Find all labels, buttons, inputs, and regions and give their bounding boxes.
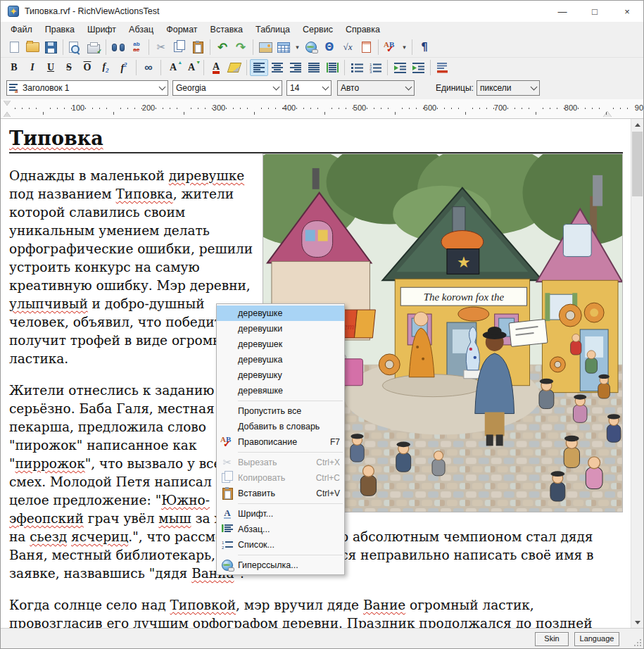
svg-text:3: 3 — [370, 70, 372, 73]
font-size-combobox[interactable]: 14 — [286, 80, 332, 96]
menu-правка[interactable]: Правка — [39, 22, 81, 37]
insert-table-dropdown[interactable]: ▾ — [293, 39, 302, 56]
insert-formula-button[interactable]: √x — [339, 39, 357, 56]
bullet-list-button[interactable] — [348, 59, 366, 76]
menu-separator — [238, 555, 343, 555]
copy-button[interactable] — [170, 39, 189, 56]
shrink-font-button[interactable]: A▼ — [182, 59, 201, 76]
spell-suggestion[interactable]: деревушке — [217, 305, 344, 321]
paragraph-shading-button[interactable] — [434, 59, 452, 76]
print-preview-button[interactable] — [66, 39, 84, 56]
minimize-button[interactable]: — — [546, 1, 579, 22]
numbered-list-button[interactable]: 123 — [366, 59, 384, 76]
italic-button[interactable]: I — [23, 59, 42, 76]
undo-button[interactable]: ↶ — [213, 39, 232, 56]
new-document-button[interactable] — [5, 39, 23, 56]
context-menu-item[interactable]: ВставитьCtrl+V — [217, 486, 344, 501]
menu-шрифт[interactable]: Шрифт — [81, 22, 122, 37]
strikethrough-button[interactable]: S — [60, 59, 78, 76]
context-menu-item[interactable]: Абзац... — [217, 522, 344, 537]
align-center-button[interactable] — [268, 59, 286, 76]
spell-suggestion[interactable]: деревушки — [217, 321, 344, 336]
chevron-down-icon[interactable] — [403, 81, 414, 95]
spell-suggestion[interactable]: деревушку — [217, 367, 344, 383]
subscript-button[interactable]: f2 — [96, 59, 115, 76]
menu-item-label: Пропустить все — [238, 406, 340, 416]
justify-full-button[interactable] — [323, 59, 341, 76]
spell-suggestion[interactable]: деревяшке — [217, 383, 344, 398]
context-menu-item[interactable]: ✂ВырезатьCtrl+X — [217, 455, 344, 470]
vertical-scrollbar[interactable] — [631, 119, 643, 629]
font-color-button[interactable]: A — [207, 59, 225, 76]
spell-suggestion[interactable]: деревушка — [217, 352, 344, 367]
spellcheck-dropdown[interactable]: ▾ — [400, 39, 409, 56]
context-menu-item[interactable]: AШрифт... — [217, 506, 344, 522]
skin-button[interactable]: Skin — [535, 632, 569, 646]
chevron-down-icon[interactable] — [156, 81, 168, 95]
spellcheck-button[interactable]: AB✓ — [381, 39, 400, 56]
menu-таблица[interactable]: Таблица — [249, 22, 296, 37]
font-combobox[interactable]: Georgia — [172, 80, 282, 96]
zoom-combobox[interactable]: Авто — [337, 80, 415, 96]
chevron-down-icon[interactable] — [270, 81, 282, 95]
highlight-button[interactable] — [225, 59, 244, 76]
resize-grip[interactable] — [633, 638, 642, 647]
superscript-button[interactable]: f2 — [115, 59, 133, 76]
overline-button[interactable]: O — [78, 59, 96, 76]
scroll-up-icon[interactable] — [631, 119, 643, 131]
ruler-tick — [522, 108, 522, 109]
paste-button[interactable] — [189, 39, 207, 56]
context-menu-item[interactable]: КопироватьCtrl+C — [217, 470, 344, 486]
insert-table-button[interactable] — [274, 39, 293, 56]
redo-button[interactable]: ↷ — [232, 39, 250, 56]
replace-button[interactable]: abac — [127, 39, 146, 56]
menu-item-label: Абзац... — [238, 524, 340, 534]
style-combobox[interactable]: a Заголовок 1 — [6, 80, 168, 96]
save-button[interactable] — [42, 39, 60, 56]
crowd-figure — [573, 394, 587, 422]
character-spacing-button[interactable]: ∞ — [139, 59, 158, 76]
align-left-button[interactable] — [250, 59, 268, 76]
close-button[interactable]: × — [611, 1, 643, 22]
context-menu-item[interactable]: Гиперссылка... — [217, 557, 344, 573]
chevron-down-icon[interactable] — [320, 81, 331, 95]
context-menu-item[interactable]: 12Список... — [217, 537, 344, 553]
chevron-down-icon[interactable] — [528, 81, 539, 95]
bold-button[interactable]: B — [5, 59, 23, 76]
menu-справка[interactable]: Справка — [339, 22, 386, 37]
language-button[interactable]: Language — [574, 632, 619, 646]
menu-абзац[interactable]: Абзац — [122, 22, 160, 37]
context-menu-item[interactable]: Пропустить все — [217, 403, 344, 419]
menu-файл[interactable]: Файл — [4, 22, 39, 37]
grow-font-button[interactable]: A▲ — [164, 59, 182, 76]
find-icon — [112, 44, 125, 51]
scrollbar-thumb[interactable] — [632, 132, 643, 196]
first-line-indent-marker[interactable] — [4, 101, 11, 106]
open-button[interactable] — [23, 39, 42, 56]
insert-symbol-button[interactable]: Θ — [320, 39, 339, 56]
paste-special-button[interactable] — [357, 39, 375, 56]
insert-hyperlink-button[interactable] — [302, 39, 320, 56]
right-indent-marker[interactable] — [603, 111, 612, 117]
print-button[interactable]: ✓ — [84, 39, 103, 56]
insert-image-button[interactable] — [256, 39, 274, 56]
left-indent-marker[interactable] — [4, 112, 11, 117]
underline-button[interactable]: U — [42, 59, 60, 76]
decrease-indent-button[interactable] — [391, 59, 409, 76]
scroll-down-icon[interactable] — [631, 617, 643, 629]
maximize-button[interactable]: □ — [579, 1, 611, 22]
menu-сервис[interactable]: Сервис — [296, 22, 339, 37]
increase-indent-button[interactable] — [409, 59, 427, 76]
cut-button[interactable]: ✂ — [152, 39, 170, 56]
justify-button[interactable] — [305, 59, 323, 76]
find-button[interactable] — [109, 39, 127, 56]
context-menu-item[interactable]: Добавить в словарь — [217, 419, 344, 434]
menu-вставка[interactable]: Вставка — [204, 22, 249, 37]
align-right-button[interactable] — [286, 59, 305, 76]
spell-suggestion[interactable]: деревушек — [217, 336, 344, 352]
formatting-marks-button[interactable]: ¶ — [415, 39, 434, 56]
units-combobox[interactable]: пиксели — [476, 80, 540, 96]
menu-формат[interactable]: Формат — [160, 22, 203, 37]
context-menu-item[interactable]: AB✓ПравописаниеF7 — [217, 434, 344, 450]
print-preview-icon — [69, 42, 82, 53]
